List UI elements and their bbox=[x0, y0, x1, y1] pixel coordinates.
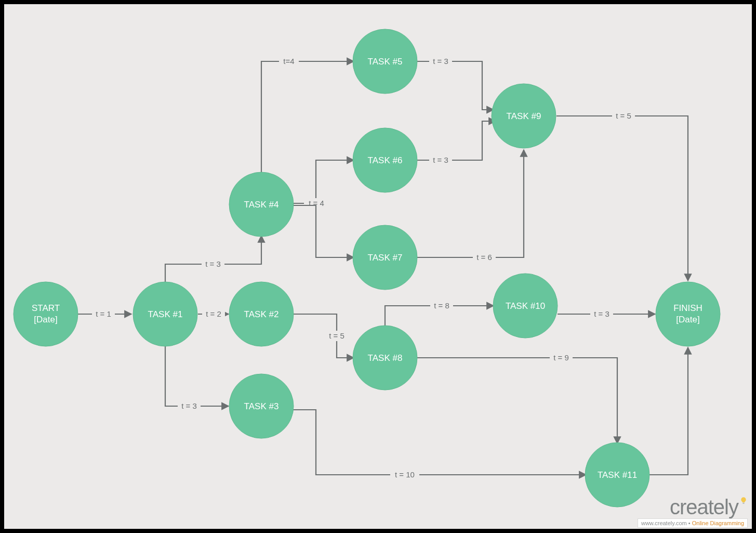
svg-text:t = 5: t = 5 bbox=[616, 111, 631, 120]
node-task7[interactable]: TASK #7 bbox=[353, 225, 417, 290]
node-task6[interactable]: TASK #6 bbox=[353, 128, 417, 192]
edge-task8-task11: t = 9 bbox=[417, 353, 617, 444]
svg-text:[Date]: [Date] bbox=[34, 315, 57, 324]
node-task8[interactable]: TASK #8 bbox=[353, 326, 417, 390]
edge-task2-task8: t = 5 bbox=[293, 314, 354, 358]
svg-text:START: START bbox=[32, 303, 60, 313]
svg-text:t = 3: t = 3 bbox=[181, 401, 197, 410]
svg-text:t = 2: t = 2 bbox=[206, 309, 221, 318]
svg-point-36 bbox=[14, 282, 78, 346]
edge-task9-finish: t = 5 bbox=[556, 111, 688, 281]
edge-task1-task4: t = 3 bbox=[165, 236, 261, 282]
svg-text:TASK #1: TASK #1 bbox=[148, 309, 183, 319]
edge-task5-task9: t = 3 bbox=[416, 56, 494, 110]
branding-block: creately www.creately.com • Online Diagr… bbox=[638, 497, 748, 528]
svg-text:TASK #2: TASK #2 bbox=[244, 309, 279, 319]
svg-text:t = 1: t = 1 bbox=[96, 309, 111, 318]
svg-rect-64 bbox=[742, 503, 744, 504]
svg-text:TASK #6: TASK #6 bbox=[368, 155, 403, 165]
svg-text:TASK #3: TASK #3 bbox=[244, 401, 279, 411]
edge-start-task1: t = 1 bbox=[78, 309, 131, 319]
svg-text:t = 9: t = 9 bbox=[553, 353, 569, 362]
edge-task8-task10: t = 8 bbox=[385, 301, 494, 327]
svg-text:t = 5: t = 5 bbox=[329, 331, 344, 340]
edge-task6-task9: t = 3 bbox=[416, 121, 496, 165]
svg-text:TASK #8: TASK #8 bbox=[368, 353, 403, 363]
brand-tagline: www.creately.com • Online Diagramming bbox=[638, 518, 748, 528]
edge-task7-task9: t = 6 bbox=[416, 150, 524, 263]
svg-text:t = 3: t = 3 bbox=[594, 309, 609, 318]
svg-text:t = 6: t = 6 bbox=[476, 253, 492, 262]
pert-diagram-svg: t = 1 t = 3 t = 2 t = 3 t=4 t = 4 bbox=[4, 4, 752, 529]
node-task1[interactable]: TASK #1 bbox=[133, 282, 197, 346]
node-finish[interactable]: FINISH [Date] bbox=[656, 282, 720, 346]
edge-task1-task3: t = 3 bbox=[165, 346, 229, 411]
node-task2[interactable]: TASK #2 bbox=[229, 282, 294, 346]
svg-text:t = 3: t = 3 bbox=[205, 259, 221, 268]
node-task9[interactable]: TASK #9 bbox=[492, 84, 556, 148]
node-task3[interactable]: TASK #3 bbox=[229, 374, 294, 438]
svg-text:TASK #11: TASK #11 bbox=[598, 470, 637, 480]
edge-task1-task2: t = 2 bbox=[198, 309, 229, 319]
svg-point-61 bbox=[656, 282, 720, 346]
node-start[interactable]: START [Date] bbox=[14, 282, 78, 346]
svg-text:TASK #5: TASK #5 bbox=[368, 57, 403, 67]
svg-text:t = 10: t = 10 bbox=[395, 470, 415, 479]
svg-text:TASK #4: TASK #4 bbox=[244, 200, 279, 210]
edge-task3-task11: t = 10 bbox=[293, 410, 586, 480]
node-task4[interactable]: TASK #4 bbox=[229, 172, 294, 237]
node-task10[interactable]: TASK #10 bbox=[493, 274, 558, 338]
svg-text:TASK #10: TASK #10 bbox=[506, 301, 545, 311]
diagram-canvas: t = 1 t = 3 t = 2 t = 3 t=4 t = 4 bbox=[4, 4, 752, 529]
edge-task4-task6 bbox=[293, 160, 354, 203]
svg-text:TASK #7: TASK #7 bbox=[368, 253, 403, 263]
edge-task11-finish bbox=[649, 347, 688, 475]
lightbulb-icon bbox=[739, 497, 748, 505]
svg-text:t=4: t=4 bbox=[283, 57, 294, 66]
svg-text:FINISH: FINISH bbox=[673, 303, 702, 313]
svg-text:[Date]: [Date] bbox=[676, 315, 699, 324]
edge-task10-finish-clean: t = 3 bbox=[555, 301, 659, 321]
brand-logo-text: creately bbox=[670, 496, 738, 518]
svg-text:t = 3: t = 3 bbox=[433, 155, 448, 164]
svg-text:t = 3: t = 3 bbox=[433, 57, 448, 66]
svg-text:t = 8: t = 8 bbox=[434, 301, 449, 310]
svg-text:TASK #9: TASK #9 bbox=[507, 111, 541, 121]
edge-task4-task7 bbox=[293, 205, 354, 257]
node-task5[interactable]: TASK #5 bbox=[353, 29, 417, 94]
edge-task4-task5: t=4 bbox=[261, 56, 354, 173]
